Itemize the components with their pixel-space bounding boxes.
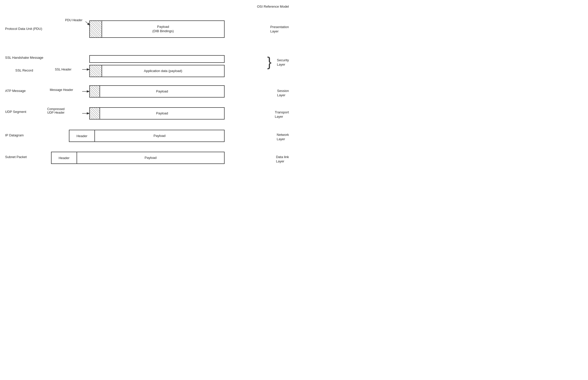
security-brace: } bbox=[267, 55, 272, 68]
udp-box: Payload bbox=[89, 107, 225, 120]
ssl-handshake-payload bbox=[90, 56, 224, 62]
ip-box: Header Payload bbox=[69, 130, 225, 142]
ip-payload: Payload bbox=[95, 130, 224, 141]
atp-box: Payload bbox=[89, 85, 225, 98]
atp-payload: Payload bbox=[100, 86, 224, 97]
udp-hatch bbox=[90, 108, 100, 119]
subnet-box: Header Payload bbox=[51, 152, 225, 164]
subnet-header: Header bbox=[52, 152, 77, 163]
pdu-header-label: PDU Header bbox=[65, 18, 82, 22]
udp-payload: Payload bbox=[100, 108, 224, 119]
ssl-handshake-label: SSL Handshake Message bbox=[5, 56, 43, 60]
subnet-label: Subnet Packet bbox=[5, 155, 27, 159]
udp-header-label: CompressedUDP Header bbox=[47, 107, 65, 114]
diagram: OSI Reference Model Protocol Data Unit (… bbox=[0, 0, 294, 190]
ip-header: Header bbox=[69, 130, 95, 141]
datalink-layer: Data linkLayer bbox=[276, 155, 289, 164]
ssl-header-label: SSL Header bbox=[55, 68, 71, 71]
ssl-payload: Application data (payload) bbox=[102, 65, 224, 77]
pdu-hatch bbox=[90, 21, 102, 37]
atp-label: ATP Message bbox=[5, 89, 26, 93]
session-layer: SessionLayer bbox=[277, 89, 289, 98]
presentation-layer: PresentationLayer bbox=[270, 25, 289, 34]
ssl-record-box: Application data (payload) bbox=[89, 65, 225, 77]
ssl-record-label: SSL Record bbox=[15, 68, 33, 72]
atp-header-label: Message Header bbox=[50, 88, 73, 92]
pdu-payload: Payload(DIB Bindings) bbox=[102, 21, 224, 37]
atp-hatch bbox=[90, 86, 100, 97]
pdu-label: Protocol Data Unit (PDU) bbox=[5, 27, 42, 31]
transport-layer: TransportLayer bbox=[275, 110, 289, 119]
subnet-payload: Payload bbox=[77, 152, 224, 163]
ip-label: IP Datagram bbox=[5, 133, 24, 137]
udp-label: UDP Segment bbox=[5, 110, 26, 114]
ssl-hatch bbox=[90, 65, 102, 77]
pdu-box: Payload(DIB Bindings) bbox=[89, 20, 225, 38]
osi-title: OSI Reference Model bbox=[257, 5, 289, 9]
ssl-handshake-box bbox=[89, 55, 225, 63]
security-layer: SecurityLayer bbox=[277, 58, 289, 67]
network-layer: NetworkLayer bbox=[277, 133, 289, 141]
